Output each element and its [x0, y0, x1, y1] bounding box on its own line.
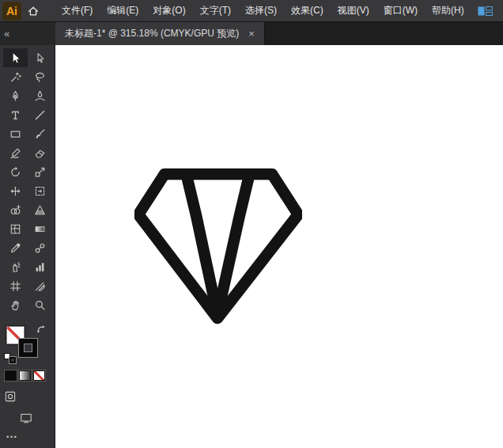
menu-window[interactable]: 窗口(W)	[376, 0, 425, 21]
tab-close-icon[interactable]: ×	[248, 28, 255, 39]
tool-eraser[interactable]	[28, 143, 52, 162]
illustrator-window: Ai 文件(F)编辑(E)对象(O)文字(T)选择(S)效果(C)视图(V)窗口…	[0, 0, 503, 448]
tool-pen[interactable]	[3, 86, 28, 105]
tool-paintbrush[interactable]	[28, 124, 52, 143]
tool-mesh[interactable]	[3, 219, 28, 238]
diamond-artwork[interactable]	[134, 166, 302, 325]
menu-type[interactable]: 文字(T)	[193, 0, 238, 21]
default-fill-stroke-icon[interactable]	[4, 353, 16, 363]
swap-fill-stroke-icon[interactable]	[36, 324, 47, 334]
menu-view[interactable]: 视图(V)	[331, 0, 376, 21]
tool-hand[interactable]	[3, 295, 28, 314]
menu-object[interactable]: 对象(O)	[146, 0, 192, 21]
canvas[interactable]	[55, 45, 503, 448]
tool-lasso[interactable]	[28, 67, 52, 86]
document-tab-title: 未标题-1* @ 315.18% (CMYK/GPU 预览)	[65, 27, 239, 40]
document-tab[interactable]: 未标题-1* @ 315.18% (CMYK/GPU 预览) ×	[55, 22, 265, 45]
default-stroke-mini-swatch	[9, 357, 16, 363]
tool-rectangle[interactable]	[3, 124, 28, 143]
toolbar-collapse-button[interactable]: «	[0, 22, 55, 45]
menu-select[interactable]: 选择(S)	[238, 0, 284, 21]
tools-panel: …	[0, 45, 55, 448]
tool-column-graph[interactable]	[28, 257, 52, 276]
tool-gradient[interactable]	[28, 219, 52, 238]
stroke-color-swatch[interactable]	[19, 339, 37, 357]
tool-free-transform[interactable]	[28, 181, 52, 200]
menu-effect[interactable]: 效果(C)	[284, 0, 331, 21]
screen-mode-button[interactable]	[20, 412, 32, 424]
tool-perspective-grid[interactable]	[28, 200, 52, 219]
tool-grid	[3, 48, 52, 314]
color-button[interactable]	[5, 370, 17, 381]
menu-file[interactable]: 文件(F)	[55, 0, 100, 21]
document-tab-strip: 未标题-1* @ 315.18% (CMYK/GPU 预览) ×	[55, 22, 503, 45]
menu-edit[interactable]: 编辑(E)	[100, 0, 146, 21]
gradient-button[interactable]	[19, 370, 31, 381]
tool-blend[interactable]	[28, 238, 52, 257]
tool-width[interactable]	[3, 181, 28, 200]
menu-bar: Ai 文件(F)编辑(E)对象(O)文字(T)选择(S)效果(C)视图(V)窗口…	[0, 0, 503, 22]
none-button[interactable]	[33, 370, 45, 381]
tool-curvature[interactable]	[28, 86, 52, 105]
tool-zoom[interactable]	[28, 295, 52, 314]
tool-artboard[interactable]	[3, 276, 28, 295]
tool-type[interactable]	[3, 105, 28, 124]
tool-selection[interactable]	[3, 48, 28, 67]
tool-rotate[interactable]	[3, 162, 28, 181]
menu-items: 文件(F)编辑(E)对象(O)文字(T)选择(S)效果(C)视图(V)窗口(W)…	[55, 0, 471, 21]
home-icon[interactable]	[26, 4, 40, 18]
tool-line-segment[interactable]	[28, 105, 52, 124]
tab-row: « 未标题-1* @ 315.18% (CMYK/GPU 预览) ×	[0, 22, 503, 45]
workspace-switcher-icon[interactable]	[478, 5, 494, 17]
tool-shaper[interactable]	[3, 143, 28, 162]
tool-direct-selection[interactable]	[28, 48, 52, 67]
tool-scale[interactable]	[28, 162, 52, 181]
tool-symbol-sprayer[interactable]	[3, 257, 28, 276]
tool-magic-wand[interactable]	[3, 67, 28, 86]
illustrator-logo: Ai	[2, 2, 21, 21]
draw-mode-button[interactable]	[4, 390, 17, 403]
tool-shape-builder[interactable]	[3, 200, 28, 219]
menu-help[interactable]: 帮助(H)	[425, 0, 471, 21]
edit-toolbar-ellipsis[interactable]: …	[6, 427, 18, 440]
tool-slice[interactable]	[28, 276, 52, 295]
tool-eyedropper[interactable]	[3, 238, 28, 257]
workspace-body: …	[0, 45, 503, 448]
chevrons-left-icon: «	[4, 28, 9, 40]
